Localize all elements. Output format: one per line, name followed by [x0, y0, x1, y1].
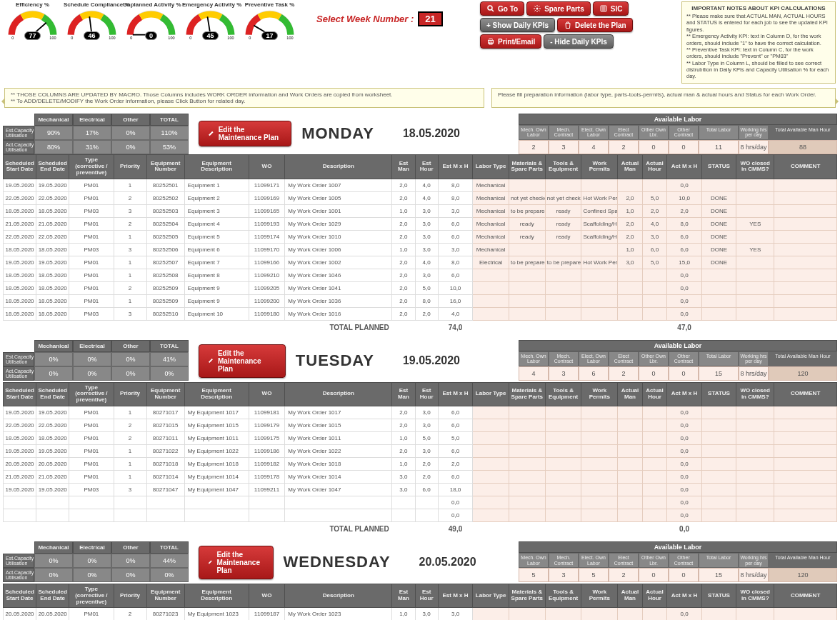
svg-text:100: 100 — [168, 36, 174, 40]
goto-button[interactable]: Go To — [480, 1, 524, 16]
edit-maintenance-plan-button[interactable]: Edit the Maintenance Plan — [199, 344, 286, 378]
svg-text:0: 0 — [189, 36, 191, 40]
work-order-table: Scheduled Start DateScheduled End DateTy… — [3, 584, 837, 620]
print-email-button[interactable]: Print/Email — [480, 34, 541, 49]
prep-note-right: Please fill preparation information (lab… — [491, 88, 836, 108]
svg-rect-24 — [489, 39, 492, 41]
work-order-table: Scheduled Start DateScheduled End DateTy… — [3, 154, 837, 334]
svg-text:0: 0 — [11, 36, 14, 40]
edit-maintenance-plan-button[interactable]: Edit the Maintenance Plan — [199, 546, 274, 579]
gauge-preventive-task-: Preventive Task %010017 — [241, 1, 298, 50]
svg-text:100: 100 — [286, 36, 293, 40]
day-wednesday: MechanicalElectricalOtherTOTALEst.Capaci… — [3, 541, 837, 620]
svg-text:0: 0 — [249, 36, 251, 40]
kpi-notes: IMPORTANT NOTES ABOUT KPI CALCULATIONS *… — [681, 1, 836, 84]
svg-text:100: 100 — [227, 36, 234, 40]
macro-note-left: ** THOSE COLUMNS ARE UPDATED BY MACRO. T… — [4, 88, 484, 108]
svg-text:100: 100 — [109, 36, 115, 40]
day-monday: MechanicalElectricalOtherTOTALEst.Capaci… — [3, 114, 837, 334]
edit-maintenance-plan-button[interactable]: Edit the Maintenance Plan — [199, 121, 291, 146]
svg-text:0: 0 — [71, 36, 73, 40]
day-tuesday: MechanicalElectricalOtherTOTALEst.Capaci… — [3, 340, 837, 536]
work-order-table: Scheduled Start DateScheduled End DateTy… — [3, 382, 837, 536]
gauge-emergency-activity-: Emergency Activity %010045 — [182, 1, 239, 50]
svg-text:100: 100 — [49, 36, 56, 40]
hide-kpis-button[interactable]: - Hide Daily KPIs — [544, 34, 613, 49]
svg-point-21 — [536, 8, 539, 10]
spare-parts-button[interactable]: Spare Parts — [526, 1, 591, 16]
delete-plan-button[interactable]: Delete the Plan — [557, 18, 633, 32]
sic-button[interactable]: SIC — [593, 1, 629, 16]
gauge-efficiency-: Efficiency %010077 — [4, 1, 61, 50]
select-week-label: Select Week Number : — [316, 14, 414, 24]
week-number[interactable]: 21 — [418, 11, 442, 26]
show-kpis-button[interactable]: + Show Daily KPIs — [480, 18, 555, 32]
gauge-schedule-compliance-: Schedule Compliance %010046 — [64, 1, 120, 50]
svg-text:0: 0 — [130, 36, 132, 40]
gauge-unplanned-activity-: Unplanned Activity %01000 — [123, 1, 179, 50]
